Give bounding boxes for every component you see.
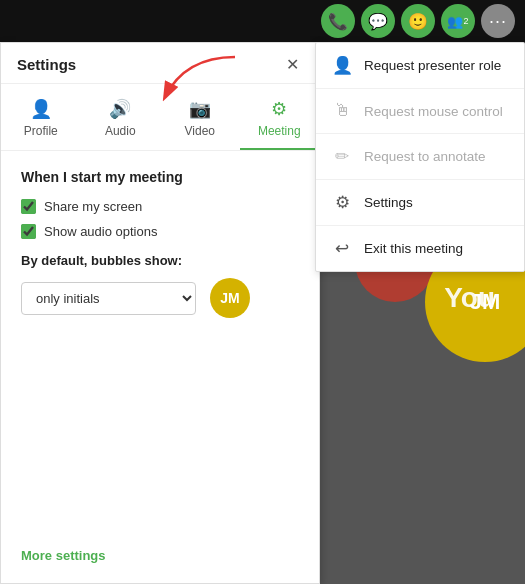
- settings-nav: 👤 Profile 🔊 Audio 📷 Video ⚙ Meeting: [1, 84, 319, 151]
- share-screen-row: Share my screen: [21, 199, 299, 214]
- exit-icon: ↩: [332, 238, 352, 259]
- tab-audio[interactable]: 🔊 Audio: [81, 92, 161, 150]
- show-audio-checkbox[interactable]: [21, 224, 36, 239]
- bubbles-dropdown[interactable]: only initials full name nothing: [21, 282, 196, 315]
- settings-content: When I start my meeting Share my screen …: [1, 151, 319, 548]
- profile-icon: 👤: [30, 98, 52, 120]
- menu-mouse-label: Request mouse control: [364, 104, 503, 119]
- audio-icon: 🔊: [109, 98, 131, 120]
- tab-video-label: Video: [185, 124, 215, 138]
- more-settings-link[interactable]: More settings: [1, 548, 319, 583]
- menu-exit-label: Exit this meeting: [364, 241, 463, 256]
- video-icon: 📷: [189, 98, 211, 120]
- menu-exit[interactable]: ↩ Exit this meeting: [316, 226, 524, 271]
- settings-icon: ⚙: [332, 192, 352, 213]
- tab-profile[interactable]: 👤 Profile: [1, 92, 81, 150]
- tab-audio-label: Audio: [105, 124, 136, 138]
- avatar-preview: JM: [210, 278, 250, 318]
- bubbles-label: By default, bubbles show:: [21, 253, 299, 268]
- phone-button[interactable]: 📞: [321, 4, 355, 38]
- top-bar: 📞 💬 🙂 👥2 ···: [0, 0, 525, 42]
- you-text: You: [444, 282, 495, 314]
- more-options-button[interactable]: ···: [481, 4, 515, 38]
- show-audio-label: Show audio options: [44, 224, 157, 239]
- tab-meeting[interactable]: ⚙ Meeting: [240, 92, 320, 150]
- menu-annotate-label: Request to annotate: [364, 149, 486, 164]
- presenter-icon: 👤: [332, 55, 352, 76]
- show-audio-row: Show audio options: [21, 224, 299, 239]
- share-screen-label: Share my screen: [44, 199, 142, 214]
- bubbles-row: only initials full name nothing JM: [21, 278, 299, 318]
- mouse-icon: 🖱: [332, 101, 352, 121]
- settings-header: Settings ✕: [1, 43, 319, 84]
- reactions-button[interactable]: 🙂: [401, 4, 435, 38]
- dropdown-menu: 👤 Request presenter role 🖱 Request mouse…: [315, 42, 525, 272]
- tab-meeting-label: Meeting: [258, 124, 301, 138]
- meeting-icon: ⚙: [271, 98, 287, 120]
- settings-close-button[interactable]: ✕: [281, 53, 303, 75]
- menu-request-mouse: 🖱 Request mouse control: [316, 89, 524, 134]
- annotate-icon: ✏: [332, 146, 352, 167]
- settings-panel: Settings ✕ 👤 Profile 🔊 Audio 📷 Video ⚙ M…: [0, 42, 320, 584]
- share-screen-checkbox[interactable]: [21, 199, 36, 214]
- menu-request-presenter[interactable]: 👤 Request presenter role: [316, 43, 524, 89]
- section-title: When I start my meeting: [21, 169, 299, 185]
- participants-button[interactable]: 👥2: [441, 4, 475, 38]
- menu-settings[interactable]: ⚙ Settings: [316, 180, 524, 226]
- tab-profile-label: Profile: [24, 124, 58, 138]
- menu-request-annotate: ✏ Request to annotate: [316, 134, 524, 180]
- settings-title: Settings: [17, 56, 76, 73]
- tab-video[interactable]: 📷 Video: [160, 92, 240, 150]
- menu-presenter-label: Request presenter role: [364, 58, 501, 73]
- menu-settings-label: Settings: [364, 195, 413, 210]
- avatar-initials: JM: [220, 290, 239, 306]
- chat-button[interactable]: 💬: [361, 4, 395, 38]
